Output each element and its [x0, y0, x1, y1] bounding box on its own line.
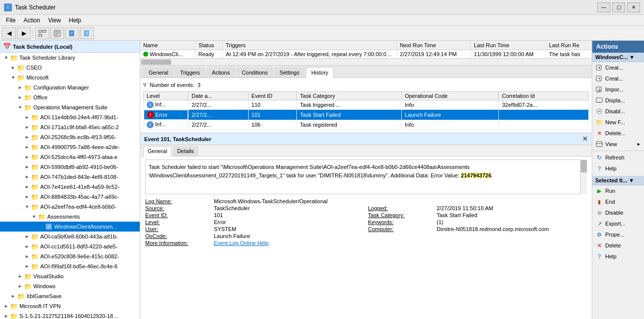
menu-action[interactable]: Action	[19, 16, 44, 25]
tree-item-aoi-4[interactable]: ► 📁 AOI-49900795-7a88-4eee-a2de-	[0, 142, 140, 152]
action-refresh[interactable]: ↻ Refresh	[592, 152, 644, 163]
action-disable[interactable]: Disabl...	[592, 106, 644, 117]
tree-item-aoi-5[interactable]: ► 📁 AOI-525dcc4a-4ff0-4973-afaa-e	[0, 152, 140, 162]
tree-item-aoi-f99af[interactable]: ► 📁 AOI-f99af16f-bd5e-46ec-8c4e-6	[0, 261, 140, 271]
tree-item-aoi-cc1d5[interactable]: ► 📁 AOI-cc1d5611-8df3-4220-ade5-	[0, 241, 140, 251]
action-display[interactable]: Displa...	[592, 95, 644, 106]
action-run[interactable]: ▶ Run	[592, 185, 644, 196]
svg-rect-11	[84, 30, 89, 36]
tree-item-task-scheduler-library[interactable]: ▼ 📁 Task Scheduler Library	[0, 53, 140, 63]
col-date[interactable]: Date a...	[188, 92, 248, 100]
folder-icon: 📁	[24, 83, 32, 91]
action-view[interactable]: View ►	[592, 139, 644, 150]
action-delete-1[interactable]: ✕ Delete...	[592, 128, 644, 139]
tab-conditions[interactable]: Conditions	[236, 67, 273, 78]
folder-icon: 📁	[10, 302, 18, 310]
table-scrollbar[interactable]	[140, 58, 592, 65]
properties-button[interactable]	[50, 27, 64, 39]
col-opcode[interactable]: Operational Code	[401, 92, 499, 100]
tree-root[interactable]: 📅 Task Scheduler (Local)	[0, 41, 140, 53]
help-button-1[interactable]: ?	[65, 27, 79, 39]
event-tab-general[interactable]: General	[143, 146, 172, 157]
more-info-link[interactable]: Event Log Online Help	[214, 240, 587, 246]
action-help-1[interactable]: ? Help	[592, 163, 644, 174]
tree-item-aoi-8[interactable]: ► 📁 AOI-7e41ee61-41e8-4a59-9c52-	[0, 182, 140, 192]
tree-button[interactable]	[35, 27, 49, 39]
tree-item-aoi-a2eef[interactable]: ▼ 📁 AOI-a2eef7ea-edf4-4ce8-b0b0-	[0, 202, 140, 212]
minimize-button[interactable]: —	[597, 2, 610, 12]
tree-item-aoi-6[interactable]: ► 📁 AOI-5990dbf8-ab92-4910-be06-	[0, 162, 140, 172]
tree-item-assessments[interactable]: ▼ 📁 Assessments	[0, 212, 140, 222]
menu-file[interactable]: File	[2, 16, 19, 25]
tree-item-aoi-1[interactable]: ► 📁 AOI-11e4db9d-24e4-4f07-9bd1-	[0, 112, 140, 122]
category-cell: Task registered	[297, 120, 402, 130]
col-level[interactable]: Level	[144, 92, 188, 100]
action-end[interactable]: ▮ End	[592, 196, 644, 207]
tree-item-aoi-3[interactable]: ► 📁 AOI-25268c9b-ec8b-4f13-9f56-	[0, 132, 140, 142]
tree-item-config-manager[interactable]: ► 📁 Configuration Manager	[0, 82, 140, 92]
col-last-result[interactable]: Last Run Re	[546, 41, 592, 50]
tree-item-visual-studio[interactable]: ► 📁 VisualStudio	[0, 271, 140, 281]
tree-item-aoi-2[interactable]: ► 📁 AOI-171a1c9f-bfa8-45ec-a65c-2	[0, 122, 140, 132]
action-create-basic[interactable]: Creat...	[592, 73, 644, 84]
tree-item-windows[interactable]: ► 📁 Windows	[0, 281, 140, 291]
menu-view[interactable]: View	[44, 16, 65, 25]
close-button[interactable]: ✕	[627, 2, 640, 12]
tree-item-ms-it-vpn[interactable]: ► 📁 Microsoft IT VPN	[0, 301, 140, 311]
toolbar: ◀ ▶ ?	[0, 26, 644, 41]
menu-help[interactable]: Help	[65, 16, 86, 25]
action-create-task[interactable]: Creat...	[592, 62, 644, 73]
eventid-value: 101	[214, 212, 364, 218]
tree-item-aoi-7[interactable]: ► 📁 AOI-747b1ded-843e-4ef8-8108-	[0, 172, 140, 182]
tree-item-ops-mgmt[interactable]: ▼ 📁 Operations Management Suite	[0, 102, 140, 112]
action-export[interactable]: ↗ Export...	[592, 218, 644, 229]
tree-item-microsoft[interactable]: ▼ 📁 Microsoft	[0, 73, 140, 82]
col-category[interactable]: Task Category	[297, 92, 402, 100]
tree-label: VisualStudio	[33, 273, 64, 279]
action-properties[interactable]: ⚙ Prope...	[592, 229, 644, 240]
history-row-1[interactable]: iInf... 2/27/2... 110 Task triggered ...…	[144, 100, 589, 110]
tab-history[interactable]: History	[306, 67, 334, 78]
action-help-2[interactable]: ? Help	[592, 251, 644, 262]
event-tab-details[interactable]: Details	[173, 146, 198, 156]
tree-item-windows-client[interactable]: ✓ WindowsClientAssessm...	[0, 222, 140, 232]
col-eventid[interactable]: Event ID	[248, 92, 297, 100]
action-import[interactable]: Impor...	[592, 84, 644, 95]
action-new-folder[interactable]: 📁 New F...	[592, 117, 644, 128]
action-delete-2[interactable]: ✕ Delete	[592, 240, 644, 251]
tree-item-aoi-9[interactable]: ► 📁 AOI-8884833b-45ac-4a77-a69c-	[0, 192, 140, 202]
tree-label: AOI-49900795-7a88-4eee-a2de-	[40, 144, 120, 150]
tree-arrow: ►	[25, 254, 31, 259]
event-close-button[interactable]: ✕	[582, 135, 588, 143]
col-next-run[interactable]: Next Run Time	[397, 41, 471, 50]
actions-panel: Actions WindowsC... ▼ Creat... Creat... …	[592, 41, 644, 319]
tree-item-xbl[interactable]: ► 📁 XblGameSave	[0, 291, 140, 301]
maximize-button[interactable]: ▢	[612, 2, 625, 12]
message-scrollbar[interactable]	[580, 160, 587, 194]
col-name[interactable]: Name	[140, 41, 195, 50]
col-status[interactable]: Status	[195, 41, 223, 50]
new-folder-icon: 📁	[595, 118, 603, 126]
action-label: Impor...	[605, 86, 624, 92]
col-correlation[interactable]: Correlation Id	[499, 92, 589, 100]
history-table: Level Date a... Event ID Task Category O…	[143, 91, 589, 130]
col-last-run[interactable]: Last Run Time	[471, 41, 546, 50]
tab-general[interactable]: General	[143, 67, 174, 78]
history-row-3[interactable]: iInf... 2/27/2... 106 Task registered In…	[144, 120, 589, 130]
tab-triggers[interactable]: Triggers	[175, 67, 205, 78]
forward-button[interactable]: ▶	[17, 27, 31, 39]
help-button-2[interactable]	[80, 27, 94, 39]
history-row-2[interactable]: !Error 2/27/2... 101 Task Start Failed L…	[144, 110, 589, 120]
action-disable-2[interactable]: ⊗ Disable	[592, 207, 644, 218]
tree-item-cseo[interactable]: ► 📁 CSEO	[0, 63, 140, 73]
folder-icon: 📁	[31, 113, 39, 121]
table-row[interactable]: WindowsCli... Ready At 12:49 PM on 2/27/…	[140, 50, 592, 59]
tree-item-s1-5[interactable]: ► 📁 S-1-5-21-2127521184-1604012920-1887	[0, 311, 140, 319]
tree-item-aoi-ca5bf[interactable]: ► 📁 AOI-ca5bf0e8-60b0-443a-a81b-	[0, 232, 140, 241]
back-button[interactable]: ◀	[2, 27, 16, 39]
tab-settings[interactable]: Settings	[274, 67, 305, 78]
tree-item-aoi-e520c[interactable]: ► 📁 AOI-e520c808-9e6e-415c-b082-	[0, 251, 140, 261]
col-triggers[interactable]: Triggers	[223, 41, 397, 50]
tree-item-office[interactable]: ► 📁 Office	[0, 92, 140, 102]
tab-actions[interactable]: Actions	[206, 67, 235, 78]
